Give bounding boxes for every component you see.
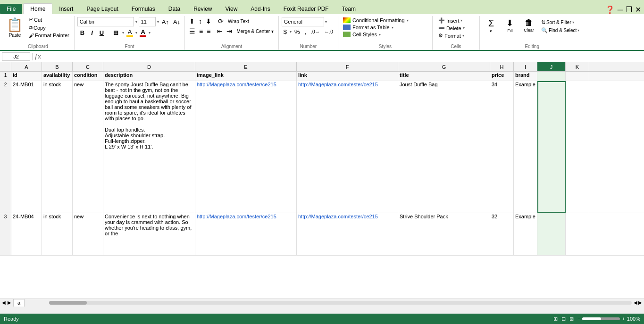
left-align-button[interactable]: ☰ [188,27,197,35]
format-as-table-button[interactable]: Format as Table ▾ [341,24,429,31]
cell-c1[interactable]: condition [73,72,103,81]
scroll-left-button[interactable]: ◀ [634,300,637,305]
bold-button[interactable]: B [77,28,87,37]
currency-dropdown-icon[interactable]: ▾ [290,30,292,34]
cell-i2[interactable]: Example [514,81,537,213]
cell-h1[interactable]: price [490,72,514,81]
cell-h3[interactable]: 32 [490,213,514,255]
zoom-slider[interactable] [582,317,620,320]
minimize-icon[interactable]: ─ [618,6,623,14]
tab-view[interactable]: View [219,4,244,14]
cell-styles-dropdown-icon[interactable]: ▾ [379,33,381,37]
help-icon[interactable]: ❓ [605,5,615,14]
number-format-input[interactable] [282,17,324,26]
col-header-d[interactable]: D [103,62,195,71]
cell-a3[interactable]: 24-MB04 [11,213,42,255]
cell-b1[interactable]: availability [42,72,73,81]
cell-e1[interactable]: image_link [195,72,297,81]
decimal-inc-button[interactable]: .0→ [309,29,321,35]
merge-center-button[interactable]: Merge & Center ▾ [234,28,275,34]
restore-icon[interactable]: ❐ [626,5,632,14]
fill-color-button[interactable]: A [125,28,134,37]
close-icon[interactable]: ✕ [635,5,641,14]
function-icon[interactable]: ƒx [34,53,41,60]
right-align-button[interactable]: ≡ [205,27,212,35]
cell-c2[interactable]: new [73,81,103,213]
cell-g2[interactable]: Joust Duffle Bag [398,81,490,213]
col-header-f[interactable]: F [297,62,398,71]
cell-d2[interactable]: The sporty Joust Duffle Bag can't be bea… [103,81,195,213]
indent-inc-button[interactable]: ⇥ [225,27,234,35]
tab-team[interactable]: Team [335,4,362,14]
insert-dropdown-icon[interactable]: ▾ [460,18,462,23]
cell-k3[interactable] [566,213,589,255]
tab-add-ins[interactable]: Add-Ins [244,4,276,14]
image-link-2[interactable]: http://Mageplaza.com/tester/ce215 [197,214,276,219]
italic-button[interactable]: I [88,28,96,37]
col-header-b[interactable]: B [42,62,73,71]
image-link-1[interactable]: http://Mageplaza.com/tester/ce215 [197,82,276,87]
sheet-nav-left[interactable]: ◀ [2,300,6,305]
col-header-a[interactable]: A [11,62,42,71]
fill-color-dropdown-icon[interactable]: ▾ [135,31,137,35]
comma-button[interactable]: , [303,28,309,36]
font-name-input[interactable] [77,17,134,26]
tab-page-layout[interactable]: Page Layout [80,4,125,14]
number-format-dropdown-icon[interactable]: ▾ [325,20,327,24]
cell-j2[interactable] [537,81,566,213]
cell-i1[interactable]: brand [514,72,537,81]
tab-foxit[interactable]: Foxit Reader PDF [277,4,335,14]
page-layout-view-button[interactable]: ⊟ [561,316,566,322]
cell-f1[interactable]: link [297,72,398,81]
orientation-button[interactable]: ⟳ [217,17,225,25]
cell-j1[interactable] [537,72,566,81]
borders-dropdown-icon[interactable]: ▾ [122,31,124,35]
fill-button[interactable]: ⬇ Fill [502,17,519,34]
find-select-button[interactable]: 🔍 Find & Select ▾ [539,27,581,34]
top-align-button[interactable]: ⬆ [188,17,196,25]
percent-button[interactable]: % [293,28,302,36]
formula-input[interactable] [43,54,642,59]
bottom-align-button[interactable]: ⬇ [204,17,213,25]
sheet-nav-right[interactable]: ▶ [8,300,11,305]
cell-ref-box[interactable] [2,52,30,61]
font-color-button[interactable]: A [138,28,148,37]
tab-data[interactable]: Data [162,4,187,14]
cell-b2[interactable]: in stock [42,81,73,213]
tab-insert[interactable]: Insert [52,4,80,14]
borders-button[interactable]: ⊞ [110,28,121,37]
copy-button[interactable]: ⧉ Copy [27,24,71,31]
center-align-button[interactable]: ≡ [198,27,204,35]
cell-c3[interactable]: new [73,213,103,255]
cell-b3[interactable]: in stock [42,213,73,255]
currency-button[interactable]: $ [282,28,289,36]
normal-view-button[interactable]: ⊞ [553,316,558,322]
indent-dec-button[interactable]: ⇤ [216,27,224,35]
cell-a2[interactable]: 24-MB01 [11,81,42,213]
cell-e2[interactable]: http://Mageplaza.com/tester/ce215 [195,81,297,213]
tab-review[interactable]: Review [187,4,218,14]
zoom-in-button[interactable]: + [622,316,625,322]
col-header-k[interactable]: K [566,62,589,71]
font-size-input[interactable] [139,17,156,26]
decimal-dec-button[interactable]: ←.0 [323,29,335,35]
col-header-i[interactable]: I [514,62,537,71]
tab-formulas[interactable]: Formulas [125,4,162,14]
paste-button[interactable]: 📋 Paste [5,16,25,39]
conditional-formatting-dropdown-icon[interactable]: ▾ [407,18,409,23]
cell-f2[interactable]: http://Mageplaza.com/tester/ce215 [297,81,398,213]
scroll-right-button[interactable]: ▶ [638,300,642,305]
col-header-h[interactable]: H [490,62,514,71]
cut-button[interactable]: ✂ Cut [27,16,71,23]
format-dropdown-icon[interactable]: ▾ [462,33,464,38]
font-shrink-button[interactable]: A↓ [172,17,182,26]
page-break-view-button[interactable]: ⊠ [569,316,574,322]
cell-k1[interactable] [566,72,589,81]
delete-cells-button[interactable]: ➖ Delete ▾ [435,25,477,32]
cell-d3[interactable]: Convenience is next to nothing when your… [103,213,195,255]
cell-j3[interactable] [537,213,566,255]
insert-cells-button[interactable]: ➕ Insert ▾ [435,17,477,24]
h-scrollbar-track[interactable] [49,301,632,305]
clear-button[interactable]: 🗑 Clear [520,17,537,33]
cell-i3[interactable]: Example [514,213,537,255]
